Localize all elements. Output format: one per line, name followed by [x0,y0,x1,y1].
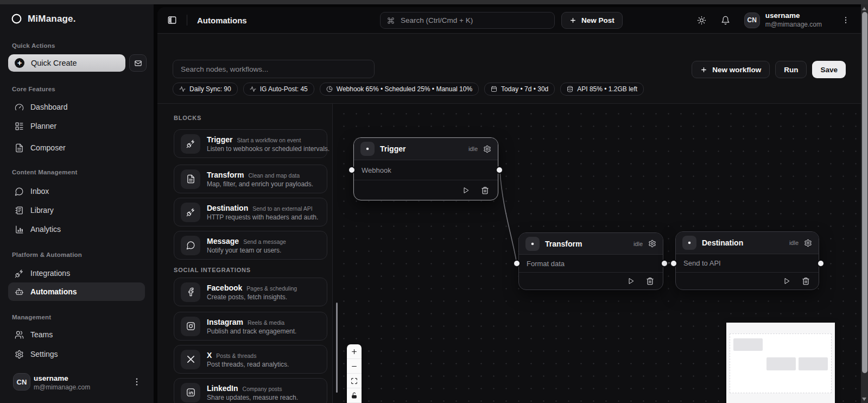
block-card-destination[interactable]: Destination Send to an external API HTTP… [174,198,327,226]
page-scrollbar[interactable] [861,4,868,403]
zoom-out-button[interactable] [347,359,362,374]
input-port[interactable] [671,261,676,266]
bar-chart-icon [15,225,24,234]
calendar-icon [491,86,497,92]
section-label-management: Management [12,314,51,320]
minimap-node [799,357,828,370]
sidebar-item-analytics[interactable]: Analytics [8,220,145,238]
trash-icon[interactable] [802,277,810,285]
play-icon[interactable] [783,277,791,285]
window-top-strip [0,0,868,4]
node-sub-label: Webhook [354,160,498,180]
blocks-scrollbar-thumb[interactable] [336,303,338,393]
new-post-button[interactable]: New Post [561,12,623,29]
trash-icon[interactable] [481,186,489,194]
node-header[interactable]: Trigger idle [354,138,498,160]
badge-api-quota: API 85% • 1.2GB left [560,83,644,96]
section-label-content-management: Content Management [12,169,78,175]
canvas-minimap[interactable] [726,323,835,403]
run-button[interactable]: Run [775,61,807,78]
gear-icon[interactable] [483,145,491,153]
input-port[interactable] [349,167,354,173]
avatar: CN [13,373,30,391]
sidebar-item-label: Integrations [30,269,70,278]
play-icon[interactable] [627,277,635,285]
scrollbar-thumb[interactable] [862,12,867,373]
play-icon[interactable] [462,186,470,194]
scroll-down-arrow[interactable] [862,398,866,401]
sidebar-item-settings[interactable]: Settings [8,345,145,363]
lock-button[interactable] [347,388,362,403]
workflow-canvas[interactable]: Trigger idle Webhook [332,104,861,403]
block-card-message[interactable]: Message Send a message Notify your team … [174,231,327,260]
input-port[interactable] [514,261,519,266]
panel-left-toggle-icon[interactable] [167,15,177,25]
avatar[interactable]: CN [744,12,760,28]
sidebar: MiManage. Quick Actions + Quick Create C… [0,4,154,403]
node-header[interactable]: Destination idle [676,232,819,254]
scroll-up-arrow[interactable] [862,7,866,10]
zoom-in-button[interactable] [347,344,362,359]
block-card-trigger[interactable]: Trigger Start a workflow on event Listen… [174,129,327,158]
badge-daily-sync: Daily Sync: 90 [173,83,238,96]
sidebar-item-label: Planner [30,122,56,130]
sidebar-item-teams[interactable]: Teams [8,325,145,344]
linkedin-icon [181,383,200,402]
global-search-input[interactable] [400,16,548,25]
sidebar-item-library[interactable]: Library [8,201,145,219]
output-port[interactable] [497,167,502,173]
node-destination[interactable]: Destination idle Send to API [675,231,819,290]
more-vertical-icon[interactable] [132,376,142,388]
gear-icon[interactable] [648,240,656,248]
block-card-facebook[interactable]: Facebook Pages & scheduling Create posts… [174,278,327,306]
sidebar-user-card[interactable]: CN username m@mimanage.com [0,367,154,398]
message-circle-icon [15,187,24,196]
section-label-platform-automation: Platform & Automation [12,251,82,258]
bot-icon [15,287,24,297]
facebook-icon [181,282,200,302]
message-circle-icon [181,236,200,255]
output-port[interactable] [662,261,667,266]
sidebar-item-automations[interactable]: Automations [8,282,145,301]
node-sub-label: Send to API [676,254,819,273]
gear-icon[interactable] [804,239,812,247]
node-transform[interactable]: Transform idle Format data [518,232,663,290]
theme-sun-icon[interactable] [697,16,706,25]
minimap-viewport [730,333,832,393]
save-button[interactable]: Save [812,61,846,78]
layout-list-icon [15,122,24,131]
global-search[interactable] [380,12,555,29]
sidebar-item-inbox[interactable]: Inbox [8,182,145,200]
sidebar-item-planner[interactable]: Planner [8,117,145,135]
sidebar-item-label: Library [30,206,54,215]
minimap-node [733,338,763,351]
node-header[interactable]: Transform idle [519,233,663,255]
quick-create-button[interactable]: + Quick Create [8,54,125,72]
mail-button[interactable] [129,54,147,72]
output-port[interactable] [818,261,823,266]
sidebar-item-dashboard[interactable]: Dashboard [8,98,145,116]
section-label-core-features: Core Features [12,86,55,92]
node-trigger[interactable]: Trigger idle Webhook [353,137,498,200]
main-panel: Automations New Post CN username m@miman… [157,7,861,403]
lock-icon [351,392,358,399]
more-vertical-icon[interactable] [841,15,850,26]
sidebar-item-label: Automations [30,287,77,296]
social-heading: SOCIAL INTEGRATIONS [174,267,251,273]
block-card-x[interactable]: X Posts & threads Post threads, read ana… [174,345,327,374]
block-card-instagram[interactable]: Instagram Reels & media Publish and trac… [174,312,327,341]
header-divider [187,15,187,26]
block-card-transform[interactable]: Transform Clean and map data Map, filter… [174,165,327,193]
plus-circle-icon: + [15,58,24,68]
main-region: Automations New Post CN username m@miman… [154,4,861,403]
bell-icon[interactable] [721,16,730,25]
trash-icon[interactable] [646,277,654,285]
new-workflow-button[interactable]: New workflow [692,61,770,78]
activity-icon [179,86,186,92]
block-card-linkedin[interactable]: LinkedIn Company posts Share updates, me… [174,378,327,403]
fit-view-button[interactable] [347,374,362,388]
users-icon [15,330,24,339]
plug-icon [15,269,24,278]
sidebar-item-composer[interactable]: Composer [8,138,145,157]
sidebar-item-integrations[interactable]: Integrations [8,264,145,282]
